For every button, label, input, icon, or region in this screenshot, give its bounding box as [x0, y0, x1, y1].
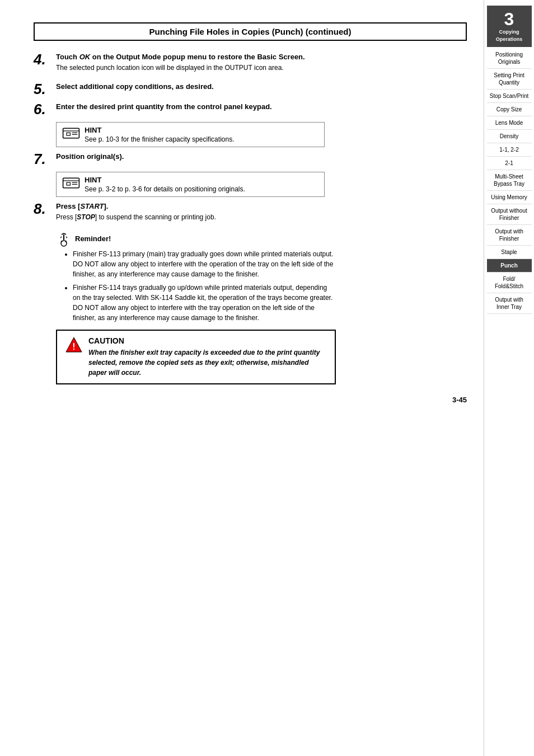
hint-text-6: See p. 10-3 for the finisher capacity sp…: [85, 135, 234, 143]
reminder-title: Reminder!: [75, 234, 111, 243]
sidebar-chapter: 3 CopyingOperations: [487, 6, 532, 47]
caution-box: ! CAUTION When the finisher exit tray ca…: [56, 330, 336, 384]
reminder-bullet-2: Finisher FS-114 trays gradually go up/do…: [73, 283, 336, 323]
reminder-icon: [56, 231, 72, 247]
sidebar-label-2: Stop Scan/Print: [490, 93, 528, 99]
step-4-number: 4.: [34, 52, 56, 67]
sidebar-item-1-1-2-2[interactable]: 1-1, 2-2: [487, 143, 532, 157]
sidebar-item-positioning-originals[interactable]: Positioning Originals: [487, 48, 532, 69]
step-5: 5. Select additional copy conditions, as…: [34, 82, 467, 96]
svg-line-14: [60, 237, 62, 238]
hint-content-6: HINT See p. 10-3 for the finisher capaci…: [85, 126, 234, 143]
svg-rect-5: [63, 178, 79, 188]
sidebar-label-10: Output without Finisher: [491, 208, 527, 221]
sidebar-item-stop-scan-print[interactable]: Stop Scan/Print: [487, 90, 532, 103]
main-content: Punching File Holes in Copies (Punch) (c…: [0, 0, 484, 756]
svg-text:!: !: [72, 342, 75, 351]
svg-line-17: [65, 241, 67, 242]
step-6-title: Enter the desired print quantity from th…: [56, 102, 467, 112]
page-number: 3-45: [34, 396, 467, 404]
step-5-number: 5.: [34, 82, 56, 96]
hint-content-7: HINT See p. 3-2 to p. 3-6 for details on…: [85, 176, 245, 193]
sidebar-item-staple[interactable]: Staple: [487, 246, 532, 259]
step-8-number: 8.: [34, 201, 56, 216]
sidebar-label-3: Copy Size: [496, 106, 522, 112]
chapter-label: CopyingOperations: [496, 29, 523, 42]
sidebar-item-lens-mode[interactable]: Lens Mode: [487, 116, 532, 130]
hint-title-7: HINT: [85, 176, 245, 184]
svg-line-13: [64, 233, 66, 234]
sidebar-label-9: Using Memory: [491, 194, 527, 200]
hint-title-6: HINT: [85, 126, 234, 134]
sidebar-label-13: Punch: [500, 262, 518, 269]
caution-content: CAUTION When the finisher exit tray capa…: [88, 336, 327, 378]
hint-box-6: HINT See p. 10-3 for the finisher capaci…: [56, 122, 325, 147]
sidebar-item-setting-print-quantity[interactable]: Setting Print Quantity: [487, 69, 532, 90]
svg-rect-7: [67, 182, 70, 185]
sidebar-label-12: Staple: [501, 249, 517, 255]
sidebar-label-8: Multi-Sheet Bypass Tray: [494, 173, 524, 187]
step-8: 8. Press [START]. Press [STOP] to suspen…: [34, 201, 467, 226]
step-7-title: Position original(s).: [56, 152, 467, 162]
step-8-title: Press [START].: [56, 201, 467, 212]
hint-box-7: HINT See p. 3-2 to p. 3-6 for details on…: [56, 172, 325, 197]
step-7: 7. Position original(s).: [34, 152, 467, 166]
page-title-text: Punching File Holes in Copies (Punch) (c…: [149, 27, 352, 36]
sidebar-item-output-with-finisher[interactable]: Output with Finisher: [487, 225, 532, 246]
sidebar-item-punch[interactable]: Punch: [487, 259, 532, 273]
step-6: 6. Enter the desired print quantity from…: [34, 102, 467, 116]
reminder-header: Reminder!: [56, 231, 336, 247]
svg-rect-0: [63, 128, 79, 138]
page-container: Punching File Holes in Copies (Punch) (c…: [0, 0, 534, 756]
svg-line-16: [61, 241, 62, 242]
page-title: Punching File Holes in Copies (Punch) (c…: [34, 22, 467, 41]
sidebar-item-output-without-finisher[interactable]: Output without Finisher: [487, 204, 532, 225]
sidebar-label-1: Setting Print Quantity: [494, 72, 524, 86]
step-5-title: Select additional copy conditions, as de…: [56, 82, 467, 92]
sidebar-label-14: Fold/ Fold&Stitch: [495, 276, 523, 289]
sidebar-item-copy-size[interactable]: Copy Size: [487, 103, 532, 116]
chapter-number: 3: [489, 10, 530, 28]
reminder-content: Finisher FS-113 primary (main) tray grad…: [56, 249, 336, 323]
hint-icon-6: [62, 126, 80, 140]
reminder-bullet-1: Finisher FS-113 primary (main) tray grad…: [73, 249, 336, 279]
sidebar-label-4: Lens Mode: [495, 120, 523, 126]
step-4-content: Touch OK on the Output Mode popup menu t…: [56, 52, 467, 76]
step-5-content: Select additional copy conditions, as de…: [56, 82, 467, 93]
sidebar-item-output-inner-tray[interactable]: Output with Inner Tray: [487, 293, 532, 314]
caution-text: When the finisher exit tray capacity is …: [88, 348, 327, 378]
sidebar-label-15: Output with Inner Tray: [495, 297, 523, 310]
sidebar-label-11: Output with Finisher: [495, 228, 523, 242]
hint-icon-7: [62, 176, 80, 190]
sidebar: 3 CopyingOperations Positioning Original…: [484, 0, 534, 756]
sidebar-label-0: Positioning Originals: [495, 51, 523, 65]
step-4-subtitle: The selected punch location icon will be…: [56, 63, 467, 73]
svg-line-15: [66, 237, 67, 238]
step-6-number: 6.: [34, 102, 56, 116]
svg-rect-2: [67, 133, 70, 135]
step-7-number: 7.: [34, 152, 56, 166]
reminder-box: Reminder! Finisher FS-113 primary (main)…: [56, 231, 336, 323]
sidebar-label-5: Density: [500, 133, 518, 139]
step-6-content: Enter the desired print quantity from th…: [56, 102, 467, 113]
step-4-title: Touch OK on the Output Mode popup menu t…: [56, 52, 467, 62]
caution-icon: !: [65, 336, 83, 354]
caution-title: CAUTION: [88, 336, 327, 345]
hint-text-7: See p. 3-2 to p. 3-6 for details on posi…: [85, 185, 245, 193]
svg-line-12: [62, 233, 64, 234]
sidebar-label-7: 2-1: [505, 160, 513, 166]
sidebar-item-2-1[interactable]: 2-1: [487, 157, 532, 170]
step-8-subtitle: Press [STOP] to suspend the scanning or …: [56, 213, 467, 222]
sidebar-item-using-memory[interactable]: Using Memory: [487, 191, 532, 204]
step-8-content: Press [START]. Press [STOP] to suspend t…: [56, 201, 467, 226]
sidebar-item-multi-sheet-bypass-tray[interactable]: Multi-Sheet Bypass Tray: [487, 170, 532, 191]
step-7-content: Position original(s).: [56, 152, 467, 163]
sidebar-item-density[interactable]: Density: [487, 130, 532, 143]
step-4: 4. Touch OK on the Output Mode popup men…: [34, 52, 467, 76]
sidebar-label-6: 1-1, 2-2: [499, 147, 518, 153]
sidebar-item-fold-fold-stitch[interactable]: Fold/ Fold&Stitch: [487, 273, 532, 293]
